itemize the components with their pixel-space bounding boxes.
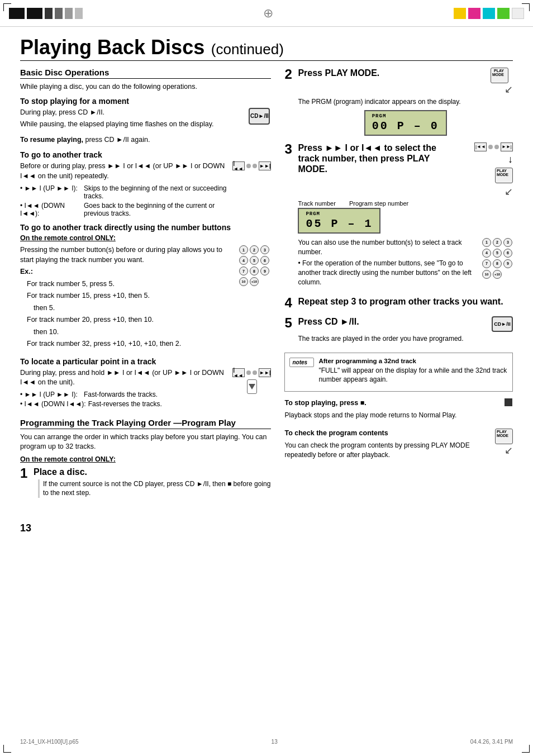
step3-header-row: Press ►► I or I◄◄ to select the track nu… [298, 142, 513, 198]
step4-num: 4 [284, 296, 294, 310]
stop-section: During play, press CD ►/II. While pausin… [20, 108, 271, 132]
step5-row: 5 Press CD ►/II. CD►/II The tracks are p… [284, 316, 513, 346]
step5-text: The tracks are played in the order you h… [298, 334, 513, 344]
page-title-continued: (continued) [211, 41, 284, 58]
step3-prev: |◄◄ [474, 142, 487, 151]
resume-desc: press CD ►/II again. [85, 136, 150, 144]
number-buttons-heading: To go to another track directly using th… [20, 223, 271, 232]
locate-bullet2: • I◄◄ (DOWN I◄◄): Fast-reverses the trac… [20, 400, 228, 408]
step1-bullets: If the current source is not the CD play… [38, 479, 271, 498]
step1-row: 1 Place a disc. If the current source is… [20, 467, 271, 501]
number-buttons-text: Pressing the number button(s) before or … [20, 245, 233, 265]
step3-num-grid: 1 2 3 4 5 6 7 8 9 10 +10 [482, 238, 513, 279]
loc-dot [246, 370, 251, 375]
notes-label: notes [289, 358, 314, 367]
ex2: For track number 15, press +10, then 5. [27, 291, 233, 301]
stop-text1: During play, press CD ►/II. [20, 108, 214, 118]
step3-lcd-container: PRGM 05 P – 1 [298, 208, 513, 234]
track-heading: To go to another track [20, 150, 271, 159]
notes-title: After programming a 32nd track [318, 358, 416, 364]
remote-only-label2: On the remote control ONLY: [20, 455, 271, 463]
num-btn-2[interactable]: 2 [250, 245, 259, 254]
notes-box: notes After programming a 32nd track "FU… [284, 353, 513, 392]
track-number-label: Track number [298, 200, 335, 207]
number-buttons-section: Pressing the number button(s) before or … [20, 245, 271, 351]
r-num-btn-5[interactable]: 5 [493, 249, 502, 258]
step5-content: Press CD ►/II. CD►/II The tracks are pla… [298, 316, 513, 346]
stop-playing-heading-text: To stop playing, press ■. [284, 399, 366, 407]
step3-skip-row: |◄◄ ►►| [474, 142, 513, 151]
step2-title: Press PLAY MODE. [298, 68, 379, 78]
r-num-btn-8[interactable]: 8 [493, 259, 502, 268]
check-program-block: To check the program contents You can ch… [284, 429, 513, 462]
basic-disc-intro: While playing a disc, you can do the fol… [20, 82, 271, 92]
stop-text-block: During play, press CD ►/II. While pausin… [20, 108, 214, 132]
compass-icon: ⊕ [263, 6, 273, 21]
color-block-yellow [454, 8, 466, 19]
step2-lcd: PRGM 00 P – 0 [364, 110, 447, 136]
num-btn-4[interactable]: 4 [239, 256, 248, 265]
corner-mark-br [522, 745, 530, 753]
track-bullet1-label: • ►► I (UP ►► I): [20, 184, 82, 200]
stop-playing-row: To stop playing, press ■. Playback stops… [284, 398, 513, 422]
number-button-grid: 1 2 3 4 5 6 7 8 9 10 +10 [237, 245, 271, 287]
num-btn-3[interactable]: 3 [260, 245, 269, 254]
step1-content: Place a disc. If the current source is n… [34, 467, 271, 501]
footer: 12-14_UX-H100[U].p65 13 04.4.26, 3.41 PM [20, 739, 513, 745]
step3-text: You can also use the number button(s) to… [298, 238, 477, 257]
num-btn-6[interactable]: 6 [260, 256, 269, 265]
step4-title: Repeat step 3 to program other tracks yo… [298, 296, 513, 307]
num-btn-8[interactable]: 8 [250, 267, 259, 275]
step3-num-buttons: You can also use the number button(s) to… [298, 238, 513, 289]
remote-only-label1: On the remote control ONLY: [20, 234, 271, 242]
cd-play-pause-icon: CD►/II [250, 113, 269, 119]
footer-center: 13 [272, 739, 278, 745]
page-title: Playing Back Discs (continued) [20, 36, 513, 61]
stop-playing-block: To stop playing, press ■. Playback stops… [284, 398, 513, 422]
num-btn-plus10[interactable]: +10 [250, 277, 259, 286]
program-step-label: Program step number [349, 200, 408, 207]
step4-row: 4 Repeat step 3 to program other tracks … [284, 296, 513, 310]
check-program-heading: To check the program contents [284, 429, 489, 439]
program-play-section: Programming the Track Playing Order —Pro… [20, 418, 271, 501]
check-curved-arrow: ↙ [505, 444, 513, 457]
step3-lcd: PRGM 05 P – 1 [298, 208, 380, 234]
r-num-btn-9[interactable]: 9 [503, 259, 512, 268]
locate-skip-row: |◄◄ ►►| [232, 368, 271, 377]
num-btn-10[interactable]: 10 [239, 277, 248, 286]
notes-text: "FULL" will appear on the display for a … [318, 366, 508, 385]
locate-bullet2-label: • I◄◄ (DOWN I◄◄): [20, 400, 86, 408]
step3-row: 3 Press ►► I or I◄◄ to select the track … [284, 142, 513, 289]
step4-content: Repeat step 3 to program other tracks yo… [298, 296, 513, 307]
r-num-btn-10[interactable]: 10 [482, 270, 491, 279]
step1-num: 1 [20, 467, 30, 480]
color-block-light [65, 8, 73, 19]
r-num-btn-7[interactable]: 7 [482, 259, 491, 268]
cd-icon-stop: CD►/II [248, 108, 271, 125]
num-btn-7[interactable]: 7 [239, 267, 248, 275]
r-num-btn-plus10[interactable]: +10 [493, 270, 502, 279]
num-btn-5[interactable]: 5 [250, 256, 259, 265]
check-program-text-block: To check the program contents You can ch… [284, 429, 489, 462]
stop-heading: To stop playing for a moment [20, 97, 271, 106]
top-bar-center: ⊕ [83, 6, 454, 21]
dot-sep [246, 164, 251, 168]
step2-num: 2 [284, 68, 294, 81]
stop-playing-text: Playback stops and the play mode returns… [284, 411, 501, 420]
corner-mark-bl [3, 745, 11, 753]
check-play-mode-icon: PLAYMODE [495, 429, 513, 444]
r-num-btn-4[interactable]: 4 [482, 249, 491, 258]
num-btn-9[interactable]: 9 [260, 267, 269, 275]
skip-buttons-icon: |◄◄ ►►| [232, 161, 271, 170]
r-num-btn-3[interactable]: 3 [503, 238, 512, 247]
num-btn-1[interactable]: 1 [239, 245, 248, 254]
color-block-lighter [75, 8, 83, 19]
r-num-btn-2[interactable]: 2 [493, 238, 502, 247]
track-bullet2-text: Goes back to the beginning of the curren… [84, 202, 228, 217]
step3-dot1 [488, 145, 493, 149]
step2-lcd-text: 00 P – 0 [372, 120, 439, 132]
r-num-btn-6[interactable]: 6 [503, 249, 512, 258]
r-num-btn-1[interactable]: 1 [482, 238, 491, 247]
step3-dot2 [494, 145, 499, 149]
locate-text-block: During play, press and hold ►► I or I◄◄ … [20, 368, 228, 408]
